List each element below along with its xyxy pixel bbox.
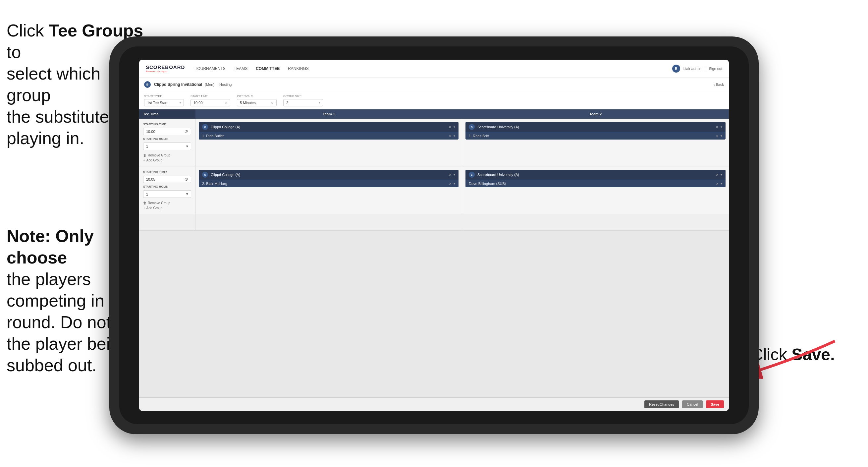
start-time-value: 10:00 <box>193 101 203 105</box>
starting-time-label-2: STARTING TIME: <box>143 170 191 174</box>
subheader: B Clippd Spring Invitational (Men) Hosti… <box>139 78 729 91</box>
player-row-1-2: 2. Blair McHarg ✕ ▾ <box>199 180 459 187</box>
tablet-inner: SCOREBOARD Powered by clippd TOURNAMENTS… <box>119 47 749 424</box>
team1-name-2: Clippd College (A) <box>211 173 446 177</box>
player-remove-1-2[interactable]: ✕ <box>449 182 452 185</box>
team1-header: Team 1 <box>195 109 462 119</box>
team1-controls-2: ✕ ▾ <box>448 173 455 177</box>
starting-hole-label-1: STARTING HOLE: <box>143 137 191 141</box>
start-type-group: Start Type 1st Tee Start ▾ <box>144 94 184 107</box>
player-expand-1-1[interactable]: ▾ <box>454 134 455 138</box>
player-name-2-1: 1. Rees Britt <box>469 134 713 138</box>
starting-time-input-1[interactable]: 10:00 ⏱ <box>143 128 191 135</box>
nav-links: TOURNAMENTS TEAMS COMMITTEE RANKINGS <box>195 66 672 71</box>
click-save-label: Click Save. <box>751 345 835 364</box>
team1-remove-2[interactable]: ✕ <box>448 173 452 177</box>
team2-remove-2[interactable]: ✕ <box>716 173 719 177</box>
team1-expand-2[interactable]: ▾ <box>454 173 455 176</box>
starting-hole-input-2[interactable]: 1 ▾ <box>143 190 191 198</box>
logo-subtitle: Powered by clippd <box>146 70 185 73</box>
remove-group-btn-1[interactable]: 🗑 Remove Group <box>143 153 191 157</box>
nav-logo: SCOREBOARD Powered by clippd <box>146 64 185 73</box>
back-button[interactable]: ‹ Back <box>714 83 724 87</box>
player-remove-2-2[interactable]: ✕ <box>716 182 719 185</box>
starting-time-input-2[interactable]: 10:05 ⏱ <box>143 176 191 183</box>
settings-row: Start Type 1st Tee Start ▾ Start Time 10… <box>139 91 729 109</box>
team1-remove-1[interactable]: ✕ <box>448 125 452 129</box>
start-type-label: Start Type <box>144 94 184 98</box>
add-group-btn-2[interactable]: + Add Group <box>143 206 191 210</box>
navbar: SCOREBOARD Powered by clippd TOURNAMENTS… <box>139 60 729 78</box>
team1-expand-1[interactable]: ▾ <box>454 125 455 128</box>
cancel-button[interactable]: Cancel <box>682 400 703 408</box>
start-type-input[interactable]: 1st Tee Start ▾ <box>144 99 184 107</box>
player-controls-1-1: ✕ ▾ <box>449 134 455 138</box>
team1-card-header-1: C Clippd College (A) ✕ ▾ <box>199 122 459 132</box>
nav-tournaments[interactable]: TOURNAMENTS <box>195 66 225 71</box>
sign-out-link[interactable]: Sign out <box>709 67 722 70</box>
player-expand-2-1[interactable]: ▾ <box>720 134 722 138</box>
player-expand-2-2[interactable]: ▾ <box>720 182 722 185</box>
team2-card-1: S Scoreboard University (A) ✕ ▾ 1. Rees … <box>465 122 725 140</box>
team2-expand-2[interactable]: ▾ <box>720 173 722 176</box>
player-controls-1-2: ✕ ▾ <box>449 182 455 185</box>
team2-card-header-1: S Scoreboard University (A) ✕ ▾ <box>465 122 725 132</box>
player-remove-1-1[interactable]: ✕ <box>449 134 452 138</box>
team1-col-2: C Clippd College (A) ✕ ▾ 2. Blair McHarg <box>195 166 462 214</box>
starting-hole-value-1: 1 <box>146 145 148 148</box>
player-row-2-2: Dave Billingham (SUB) ✕ ▾ <box>465 180 725 187</box>
team1-controls-1: ✕ ▾ <box>448 125 455 129</box>
user-avatar: B <box>672 65 680 72</box>
start-time-input[interactable]: 10:00 ⏱ <box>190 99 230 107</box>
team2-expand-1[interactable]: ▾ <box>720 125 722 128</box>
tee-actions-1: 🗑 Remove Group + Add Group <box>143 153 191 162</box>
start-type-caret: ▾ <box>180 101 181 105</box>
note-label: Note: Only choose <box>7 226 94 267</box>
intervals-caret: ⏱ <box>271 101 274 105</box>
remove-group-btn-2[interactable]: 🗑 Remove Group <box>143 201 191 205</box>
team2-logo-1: S <box>469 124 475 130</box>
group-size-label: Group Size <box>283 94 323 98</box>
player-controls-2-1: ✕ ▾ <box>716 134 722 138</box>
trash-icon-1: 🗑 <box>143 153 147 157</box>
intervals-value: 5 Minutes <box>240 101 256 105</box>
starting-time-label-1: STARTING TIME: <box>143 123 191 126</box>
user-name: blair admin <box>683 67 701 70</box>
player-expand-1-2[interactable]: ▾ <box>454 182 455 185</box>
column-headers: Tee Time Team 1 Team 2 <box>139 109 729 119</box>
plus-icon-2: + <box>143 206 145 210</box>
tee-time-header: Tee Time <box>139 109 195 119</box>
team1-card-1: C Clippd College (A) ✕ ▾ 1. Rich Butler <box>199 122 459 140</box>
save-button[interactable]: Save <box>706 400 724 408</box>
nav-user: B blair admin | Sign out <box>672 65 722 72</box>
hole-caret-2: ▾ <box>186 192 188 196</box>
starting-hole-input-1[interactable]: 1 ▾ <box>143 143 191 150</box>
starting-time-value-1: 10:00 <box>146 129 155 134</box>
hole-caret-1: ▾ <box>186 144 188 148</box>
team2-remove-1[interactable]: ✕ <box>716 125 719 129</box>
intervals-input[interactable]: 5 Minutes ⏱ <box>237 99 277 107</box>
nav-committee[interactable]: COMMITTEE <box>256 66 280 71</box>
player-remove-2-1[interactable]: ✕ <box>716 134 719 138</box>
logo-title: SCOREBOARD <box>146 64 185 70</box>
player-row-1-1: 1. Rich Butler ✕ ▾ <box>199 132 459 140</box>
team1-card-header-2: C Clippd College (A) ✕ ▾ <box>199 170 459 180</box>
intervals-label: Intervals <box>237 94 277 98</box>
start-type-value: 1st Tee Start <box>147 101 168 105</box>
player-controls-2-2: ✕ ▾ <box>716 182 722 185</box>
starting-hole-value-2: 1 <box>146 192 148 196</box>
team1-col-1: C Clippd College (A) ✕ ▾ 1. Rich Butler <box>195 119 462 166</box>
reset-changes-button[interactable]: Reset Changes <box>644 400 679 408</box>
nav-rankings[interactable]: RANKINGS <box>288 66 309 71</box>
team2-col-2: S Scoreboard University (A) ✕ ▾ Dave Bil… <box>462 166 729 214</box>
start-time-label: Start Time <box>190 94 230 98</box>
team1-name-1: Clippd College (A) <box>211 125 446 129</box>
tee-group-row-2: STARTING TIME: 10:05 ⏱ STARTING HOLE: 1 … <box>139 166 729 214</box>
group-size-group: Group Size 2 ▾ <box>283 94 323 107</box>
nav-teams[interactable]: TEAMS <box>234 66 247 71</box>
team1-col-3 <box>195 214 462 230</box>
add-group-btn-1[interactable]: + Add Group <box>143 158 191 162</box>
group-size-value: 2 <box>286 101 288 105</box>
group-size-input[interactable]: 2 ▾ <box>283 99 323 107</box>
plus-icon-1: + <box>143 158 145 162</box>
